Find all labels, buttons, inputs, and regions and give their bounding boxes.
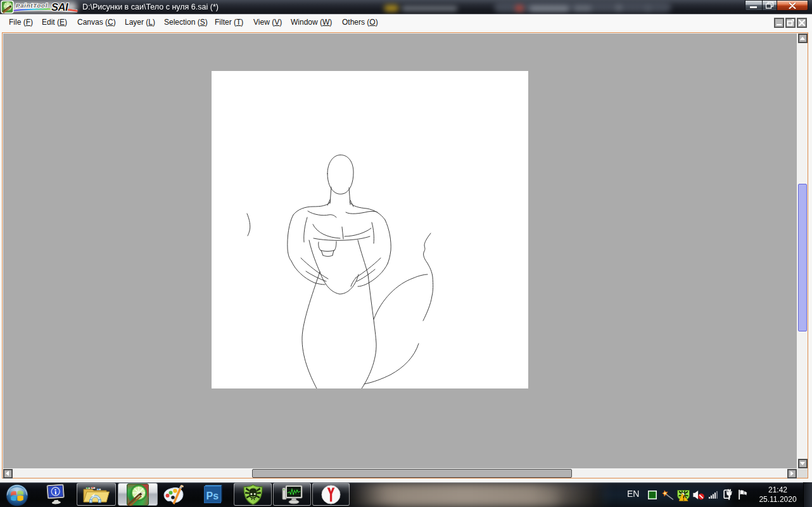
svg-text:Ps: Ps xyxy=(206,491,219,501)
svg-text:SAI: SAI xyxy=(51,1,68,13)
svg-text:PaintTool: PaintTool xyxy=(16,2,48,9)
